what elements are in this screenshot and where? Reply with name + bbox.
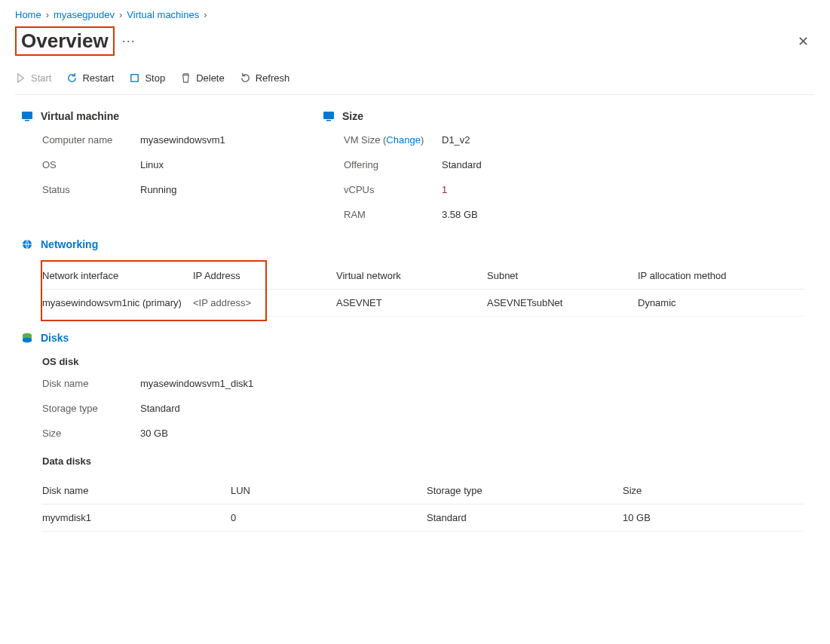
net-vnet-value: ASEVNET	[336, 290, 487, 317]
disks-icon	[21, 332, 33, 344]
more-menu[interactable]: ···	[122, 33, 136, 49]
start-label: Start	[31, 72, 51, 84]
close-icon[interactable]: ✕	[792, 30, 815, 53]
vcpus-label: vCPUs	[344, 184, 434, 195]
data-disk-header-size: Size	[623, 477, 804, 504]
vm-section-title: Virtual machine	[41, 110, 119, 122]
net-ip-value: <IP address>	[193, 290, 336, 317]
networking-title: Networking	[41, 238, 98, 250]
os-disk-name-label: Disk name	[42, 378, 133, 389]
net-nic-value: myasewindowsvm1nic (primary)	[42, 290, 193, 317]
vm-size-change-link[interactable]: Change	[386, 134, 421, 146]
stop-icon	[129, 72, 140, 84]
os-disk-size-value: 30 GB	[140, 428, 815, 439]
computer-name-value: myasewindowsvm1	[140, 134, 277, 146]
refresh-icon	[240, 72, 251, 84]
net-header-nic: Network interface	[42, 262, 193, 290]
net-header-ipalloc: IP allocation method	[638, 262, 804, 290]
status-label: Status	[42, 184, 133, 195]
networking-table: Network interface IP Address Virtual net…	[42, 262, 804, 317]
title-highlight: Overview	[15, 26, 115, 56]
breadcrumb-resource[interactable]: myasegpudev	[54, 9, 115, 20]
chevron-right-icon: ›	[119, 9, 122, 20]
data-disks-subhead: Data disks	[42, 455, 815, 467]
vcpus-value: 1	[442, 184, 579, 195]
svg-rect-0	[131, 75, 138, 81]
disks-title: Disks	[41, 332, 69, 344]
svg-rect-4	[326, 120, 331, 121]
net-header-subnet: Subnet	[487, 262, 638, 290]
vm-icon	[21, 110, 33, 122]
net-row[interactable]: myasewindowsvm1nic (primary) <IP address…	[42, 290, 804, 317]
networking-icon	[21, 238, 33, 250]
net-ipalloc-value: Dynamic	[638, 290, 804, 317]
os-disk-name-value: myasewindowsvm1_disk1	[140, 378, 815, 389]
svg-rect-2	[25, 120, 29, 121]
data-disk-row[interactable]: myvmdisk1 0 Standard 10 GB	[42, 504, 804, 532]
data-disk-header-row: Disk name LUN Storage type Size	[42, 477, 804, 504]
delete-icon	[180, 72, 191, 84]
offering-label: Offering	[344, 159, 434, 170]
data-disk-lun-value: 0	[231, 504, 427, 532]
net-header-vnet: Virtual network	[336, 262, 487, 290]
toolbar: Start Restart Stop Delete Refresh	[15, 65, 815, 95]
breadcrumb-vms[interactable]: Virtual machines	[127, 9, 199, 20]
ram-label: RAM	[344, 209, 434, 220]
computer-name-label: Computer name	[42, 134, 133, 146]
data-disk-header-lun: LUN	[231, 477, 427, 504]
stop-button[interactable]: Stop	[129, 72, 165, 84]
networking-header[interactable]: Networking	[21, 238, 815, 250]
os-value: Linux	[140, 159, 277, 170]
vm-size-label: VM Size (Change)	[344, 134, 434, 146]
restart-icon	[66, 72, 78, 84]
page-title: Overview	[21, 29, 109, 53]
net-header-ip: IP Address	[193, 262, 336, 290]
play-icon	[15, 72, 26, 84]
disks-header[interactable]: Disks	[21, 332, 815, 344]
ram-value: 3.58 GB	[442, 209, 579, 220]
status-value: Running	[140, 184, 277, 195]
offering-value: Standard	[442, 159, 579, 170]
vm-section-header: Virtual machine	[21, 110, 277, 122]
os-disk-size-label: Size	[42, 428, 133, 439]
data-disks-table: Disk name LUN Storage type Size myvmdisk…	[42, 477, 804, 532]
title-row: Overview ··· ✕	[15, 26, 815, 56]
refresh-label: Refresh	[256, 72, 290, 84]
breadcrumb: Home › myasegpudev › Virtual machines ›	[15, 9, 815, 20]
svg-rect-1	[22, 112, 32, 119]
size-section-header: Size	[323, 110, 579, 122]
breadcrumb-home[interactable]: Home	[15, 9, 41, 20]
refresh-button[interactable]: Refresh	[240, 72, 290, 84]
data-disk-header-storage: Storage type	[427, 477, 623, 504]
size-section-title: Size	[342, 110, 363, 122]
delete-label: Delete	[196, 72, 225, 84]
net-subnet-value: ASEVNETsubNet	[487, 290, 638, 317]
svg-rect-3	[323, 112, 334, 119]
os-disk-storage-value: Standard	[140, 403, 815, 414]
restart-label: Restart	[82, 72, 114, 84]
delete-button[interactable]: Delete	[180, 72, 225, 84]
stop-label: Stop	[145, 72, 165, 84]
data-disk-header-name: Disk name	[42, 477, 231, 504]
data-disk-size-value: 10 GB	[623, 504, 804, 532]
vm-size-value: D1_v2	[442, 134, 579, 146]
net-header-row: Network interface IP Address Virtual net…	[42, 262, 804, 290]
chevron-right-icon: ›	[204, 9, 207, 20]
os-label: OS	[42, 159, 133, 170]
os-disk-subhead: OS disk	[42, 356, 815, 367]
os-disk-storage-label: Storage type	[42, 403, 133, 414]
size-icon	[323, 110, 335, 122]
start-button[interactable]: Start	[15, 72, 51, 84]
data-disk-storage-value: Standard	[427, 504, 623, 532]
restart-button[interactable]: Restart	[66, 72, 114, 84]
data-disk-name-value: myvmdisk1	[42, 504, 231, 532]
chevron-right-icon: ›	[46, 9, 49, 20]
